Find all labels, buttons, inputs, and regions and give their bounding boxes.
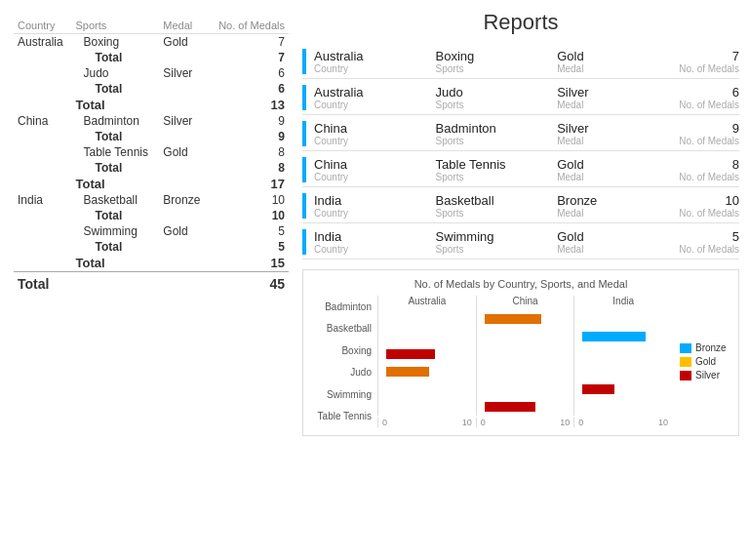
card-accent (302, 121, 306, 146)
card-4: China Country Table Tennis Sports Gold M… (302, 153, 739, 187)
cell-group-total-val: 15 (208, 255, 289, 272)
card-field-sport: Boxing Sports (436, 49, 558, 74)
cell-group-total-label: Total (72, 97, 209, 113)
chart-xaxis: 0 10 0 10 0 10 (377, 418, 672, 427)
table-row-group-total: Total 15 (14, 255, 289, 272)
card-accent (302, 229, 306, 255)
cards-section: Australia Country Boxing Sports Gold Med… (302, 45, 739, 260)
right-panel: Reports Australia Country Boxing Sports … (302, 10, 739, 550)
card-field-medal: Gold Medal (557, 49, 679, 74)
card-6: India Country Swimming Sports Gold Medal… (302, 225, 739, 260)
row-label-swimming: Swimming (311, 385, 377, 403)
bar-row (582, 345, 664, 363)
bar-row (582, 398, 664, 416)
cell-total-val: 8 (208, 160, 289, 176)
table-row-subtotal: Total 6 (14, 81, 289, 97)
card-fields: India Country Swimming Sports Gold Medal… (314, 229, 739, 255)
cell-total-val: 9 (208, 129, 289, 144)
row-label-judo: Judo (311, 364, 377, 381)
bar-boxing-australia (386, 349, 435, 359)
chart-group-india: India (573, 296, 672, 416)
row-label-boxing: Boxing (311, 341, 377, 359)
bar-row-tabletennis-china (485, 398, 567, 416)
bar-row (582, 310, 664, 328)
bar-row-swimming-india (582, 380, 664, 398)
card-field-count: 7 No. of Medals (679, 49, 739, 74)
card-field-sport: Judo Sports (436, 85, 558, 110)
bar-row (386, 380, 468, 398)
table-row-subtotal: Total 10 (14, 208, 289, 223)
cell-group-total-label: Total (72, 176, 209, 192)
legend-color-bronze (680, 343, 691, 353)
col-medals-count: No. of Medals (208, 18, 289, 34)
card-1: Australia Country Boxing Sports Gold Med… (302, 45, 739, 79)
card-field-sport: Badminton Sports (436, 121, 558, 146)
table-row-subtotal: Total 5 (14, 239, 289, 255)
cell-total-label: Total (72, 81, 209, 97)
cell-group-total-val: 13 (208, 97, 289, 113)
col-country: Country (14, 18, 72, 34)
cell-group-total-val: 17 (208, 176, 289, 192)
row-label-badminton: Badminton (311, 298, 377, 315)
chart-group-china: China (476, 296, 574, 416)
cell-total-label: Total (72, 239, 209, 255)
cell-count: 5 (208, 223, 289, 239)
bar-row-judo-australia (386, 363, 468, 380)
chart-area: Australia China (377, 296, 672, 427)
card-field-country: India Country (314, 229, 436, 255)
xaxis-label: 10 (560, 418, 570, 427)
bar-row (386, 328, 468, 345)
group-label-india: India (578, 296, 668, 306)
table-row-grand-total: Total 45 (14, 272, 289, 294)
cell-sport: Judo (72, 65, 160, 81)
table-row-subtotal: Total 7 (14, 50, 289, 65)
card-accent (302, 85, 306, 110)
cell-medal: Bronze (159, 192, 208, 208)
row-label-tabletennis: Table Tennis (311, 408, 377, 425)
xaxis-china: 0 10 (476, 418, 574, 427)
card-field-country: India Country (314, 193, 436, 219)
cell-total-label: Total (72, 160, 209, 176)
xaxis-label: 10 (462, 418, 472, 427)
chart-groups: Australia China (377, 296, 672, 416)
cell-count: 7 (208, 34, 289, 51)
cell-total-label: Total (72, 50, 209, 65)
card-2: Australia Country Judo Sports Silver Med… (302, 81, 739, 115)
bars-china (481, 310, 571, 416)
cell-total-val: 6 (208, 81, 289, 97)
card-field-medal: Silver Medal (557, 85, 679, 110)
xaxis-label: 0 (481, 418, 486, 427)
xaxis-india: 0 10 (573, 418, 672, 427)
cell-count: 10 (208, 192, 289, 208)
chart-legend: Bronze Gold Silver (672, 296, 730, 427)
cell-count: 9 (208, 113, 289, 129)
table-row: Australia Boxing Gold 7 (14, 34, 289, 51)
cell-country: India (14, 192, 72, 208)
row-label-basketball: Basketball (311, 320, 377, 338)
cell-grand-total-val: 45 (208, 272, 289, 294)
bar-row (485, 328, 567, 345)
cell-sport: Swimming (72, 223, 160, 239)
bar-basketball-india (582, 332, 646, 341)
card-fields: China Country Table Tennis Sports Gold M… (314, 157, 739, 182)
card-3: China Country Badminton Sports Silver Me… (302, 117, 739, 151)
chart-title: No. of Medals by Country, Sports, and Me… (311, 278, 730, 290)
card-field-country: Australia Country (314, 49, 436, 74)
col-sports: Sports (72, 18, 160, 34)
xaxis-australia: 0 10 (377, 418, 476, 427)
cell-medal: Gold (159, 34, 208, 51)
card-field-count: 5 No. of Medals (679, 229, 739, 255)
legend-label-gold: Gold (695, 356, 716, 367)
bar-row (485, 345, 567, 363)
cell-country: Australia (14, 34, 72, 51)
cell-count: 8 (208, 144, 289, 160)
card-field-count: 8 No. of Medals (679, 157, 739, 182)
card-field-country: Australia Country (314, 85, 436, 110)
summary-table: Country Sports Medal No. of Medals Austr… (14, 18, 289, 293)
bars-australia (382, 310, 472, 416)
card-5: India Country Basketball Sports Bronze M… (302, 189, 739, 223)
cell-medal: Silver (159, 113, 208, 129)
card-field-count: 9 No. of Medals (679, 121, 739, 146)
cell-total-label: Total (72, 208, 209, 223)
cell-medal: Gold (159, 223, 208, 239)
